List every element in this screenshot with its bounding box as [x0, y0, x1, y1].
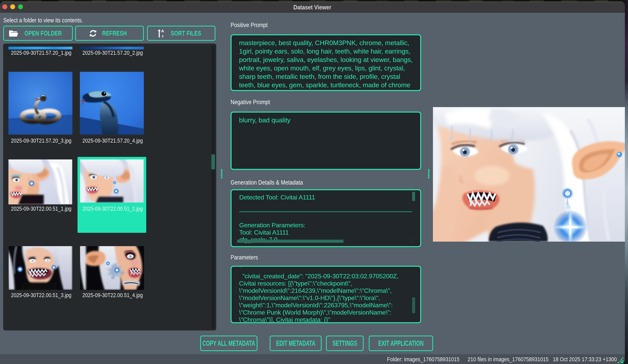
svg-text:A: A — [161, 29, 164, 33]
svg-text:z: z — [161, 34, 164, 38]
